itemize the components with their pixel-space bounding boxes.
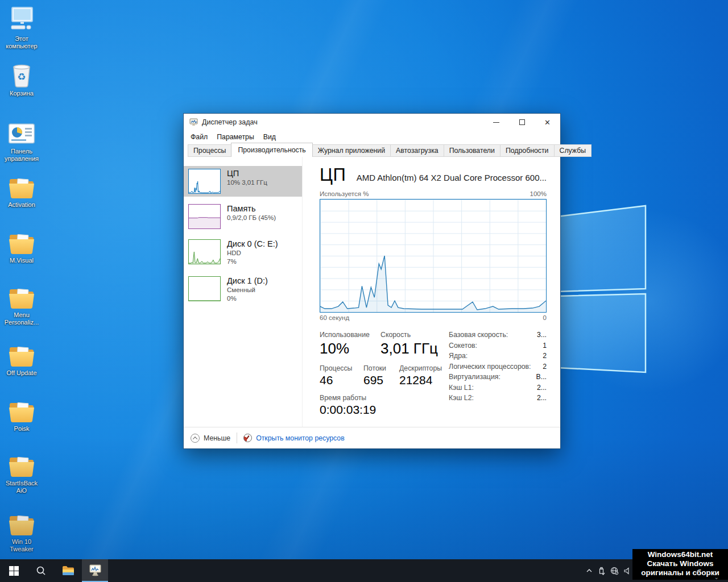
collapse-icon (191, 434, 200, 443)
svg-text:♻: ♻ (17, 72, 26, 82)
sidebar-item-cpu[interactable]: ЦП 10% 3,01 ГГц (184, 166, 302, 197)
folder-icon (0, 508, 43, 536)
task-manager-taskbar-icon (89, 564, 102, 576)
search-icon (36, 566, 46, 576)
desktop-icon-activation[interactable]: Activation (0, 171, 43, 209)
tab-users[interactable]: Пользователи (444, 144, 500, 157)
memory-mini-graph (188, 204, 221, 229)
tray-show-hidden-icons-chevron[interactable] (586, 567, 593, 574)
tab-performance[interactable]: Производительность (231, 143, 312, 157)
performance-sidebar: ЦП 10% 3,01 ГГц Память 0,9/2,0 ГБ (45%) … (184, 157, 303, 428)
detail-label: Кэш L2: (449, 394, 474, 402)
menu-file[interactable]: Файл (186, 132, 212, 142)
control-panel-icon (0, 117, 43, 146)
disk0-mini-graph (188, 239, 221, 264)
watermark-line2: Скачать Windows (632, 559, 728, 568)
tab-services[interactable]: Службы (554, 144, 592, 157)
processes-value: 46 (320, 373, 363, 387)
tray-network-globe-icon[interactable] (610, 567, 619, 575)
folder-icon (0, 449, 43, 477)
file-explorer-icon (62, 565, 75, 576)
cpu-panel: ЦП AMD Athlon(tm) 64 X2 Dual Core Proces… (303, 157, 560, 428)
sidebar-memory-title: Память (227, 204, 276, 213)
taskbar-search-button[interactable] (27, 559, 55, 582)
threads-label: Потоки (363, 364, 399, 372)
graph-label-usage: Используется % (320, 190, 369, 197)
speed-label: Скорость (380, 331, 438, 339)
desktop-icon-startisback[interactable]: StartIsBack AiO (0, 449, 43, 494)
sidebar-disk0-sub2: 7% (227, 257, 278, 266)
start-button[interactable] (0, 559, 27, 582)
desktop-icon-recycle-bin[interactable]: ♻ Корзина (0, 59, 43, 97)
recycle-bin-icon: ♻ (0, 59, 43, 88)
folder-icon (0, 339, 43, 367)
sidebar-disk1-title: Диск 1 (D:) (227, 276, 268, 285)
detail-label: Виртуализация: (449, 373, 500, 381)
desktop-icon-off-update[interactable]: Off Update (0, 339, 43, 377)
tab-strip: Процессы Производительность Журнал прило… (184, 143, 560, 157)
tab-app-history[interactable]: Журнал приложений (312, 144, 391, 157)
window-title: Диспетчер задач (202, 118, 258, 126)
cpu-usage-graph (320, 199, 547, 313)
footer-divider (237, 433, 237, 443)
maximize-button[interactable] (509, 114, 535, 131)
detail-value: 2... (537, 394, 547, 402)
graph-label-0: 0 (543, 314, 547, 321)
taskbar-file-explorer-button[interactable] (55, 559, 82, 582)
desktop-icon-win10-tweaker[interactable]: Win 10 Tweaker (0, 508, 43, 553)
title-bar[interactable]: Диспетчер задач ✕ (184, 114, 560, 131)
desktop-icon-label: Win 10 Tweaker (0, 538, 43, 553)
open-resource-monitor-link[interactable]: Открыть монитор ресурсов (256, 434, 345, 442)
sidebar-disk0-sub1: HDD (227, 249, 278, 257)
uptime-value: 0:00:03:19 (320, 403, 442, 417)
task-manager-window: Диспетчер задач ✕ Файл Параметры Вид Про… (183, 113, 561, 449)
sidebar-cpu-sub: 10% 3,01 ГГц (227, 178, 267, 187)
desktop-icon-this-pc[interactable]: Этот компьютер (0, 5, 43, 50)
detail-label: Ядра: (449, 352, 468, 360)
folder-icon (0, 171, 43, 199)
detail-value: 2 (543, 363, 547, 371)
menu-view[interactable]: Вид (259, 132, 280, 142)
uptime-label: Время работы (320, 394, 442, 402)
desktop-icon-label: StartIsBack AiO (0, 480, 43, 494)
detail-label: Логических процессоров: (449, 363, 531, 371)
sidebar-item-disk0[interactable]: Диск 0 (C: E:) HDD 7% (184, 236, 302, 269)
detail-value: 2 (543, 352, 547, 360)
close-button[interactable]: ✕ (535, 114, 560, 131)
usage-value: 10% (320, 340, 380, 357)
desktop-icon-label: Корзина (0, 90, 43, 97)
desktop-icon-menu-personaliz[interactable]: Menu Personaliz... (0, 281, 43, 326)
windows-logo-wallpaper (546, 199, 660, 392)
sidebar-disk0-title: Диск 0 (C: E:) (227, 239, 278, 248)
cpu-mini-graph (188, 169, 221, 194)
taskbar (0, 559, 728, 582)
tray-volume-icon[interactable] (624, 567, 631, 575)
desktop-icon-label: Панель управления (0, 148, 43, 163)
system-tray (586, 559, 631, 582)
disk1-mini-graph (188, 276, 221, 301)
watermark-overlay: Windows64bit.net Скачать Windows оригина… (632, 549, 728, 580)
windows-start-icon (9, 566, 19, 576)
detail-label: Кэш L1: (449, 384, 474, 392)
desktop-icon-label: Off Update (0, 369, 43, 377)
fewer-details-button[interactable]: Меньше (204, 434, 230, 442)
desktop-icon-label: Poisk (0, 425, 43, 433)
sidebar-item-memory[interactable]: Память 0,9/2,0 ГБ (45%) (184, 201, 302, 232)
graph-label-100: 100% (530, 190, 547, 197)
sidebar-disk1-sub1: Сменный (227, 286, 268, 294)
sidebar-cpu-title: ЦП (227, 169, 267, 178)
this-pc-icon (0, 5, 43, 33)
detail-value: В... (536, 373, 547, 381)
minimize-button[interactable] (483, 114, 509, 131)
menu-options[interactable]: Параметры (212, 132, 259, 142)
tab-processes[interactable]: Процессы (188, 144, 231, 157)
desktop-icon-poisk[interactable]: Poisk (0, 394, 43, 433)
tray-usb-icon[interactable] (598, 567, 605, 575)
desktop-icon-control-panel[interactable]: Панель управления (0, 117, 43, 163)
tab-details[interactable]: Подробности (500, 144, 555, 157)
tab-startup[interactable]: Автозагрузка (390, 144, 444, 157)
desktop-icon-mvisual[interactable]: M.Visual (0, 226, 43, 264)
taskbar-task-manager-button[interactable] (82, 559, 108, 582)
sidebar-item-disk1[interactable]: Диск 1 (D:) Сменный 0% (184, 273, 302, 306)
sidebar-disk1-sub2: 0% (227, 294, 268, 303)
